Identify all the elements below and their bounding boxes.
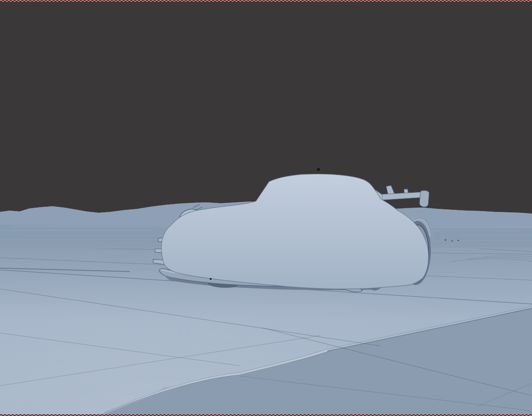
camera-border-top — [0, 0, 532, 2]
camera-border-bottom — [0, 414, 532, 416]
small-speck — [210, 278, 212, 280]
wing-endplate — [420, 191, 429, 207]
origin-point[interactable] — [317, 168, 320, 171]
viewport-3d[interactable] — [0, 0, 532, 416]
viewport-canvas[interactable] — [0, 0, 532, 416]
